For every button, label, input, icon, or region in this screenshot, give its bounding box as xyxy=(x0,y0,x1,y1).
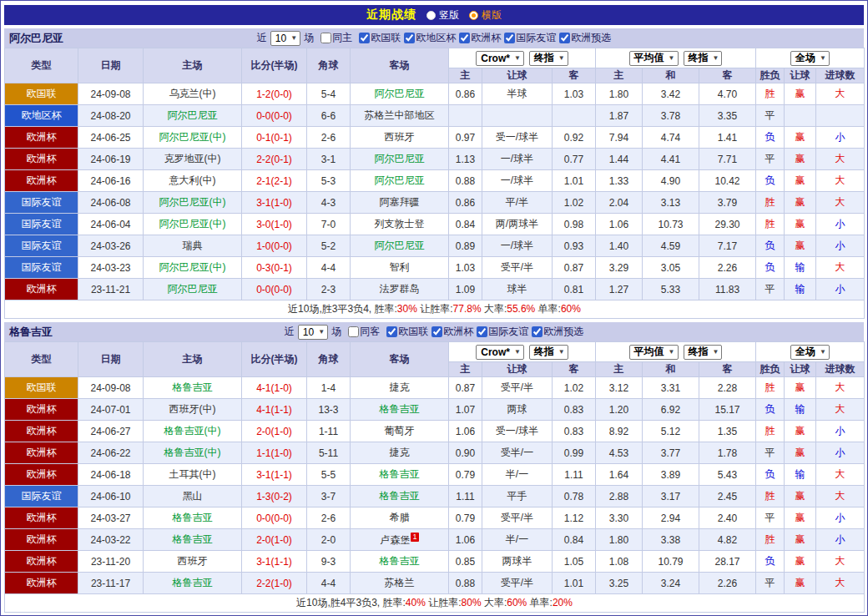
home-team-cell[interactable]: 阿尔巴尼亚(中) xyxy=(144,214,242,235)
competition-checkbox[interactable] xyxy=(459,33,470,43)
handicap-home-odds-cell xyxy=(449,105,482,127)
chevron-down-icon: ▼ xyxy=(514,55,521,62)
home-team-cell[interactable]: 阿尔巴尼亚 xyxy=(144,279,242,300)
competition-filter[interactable]: 欧洲杯 xyxy=(431,325,473,339)
away-team-cell[interactable]: 阿尔巴尼亚 xyxy=(351,170,449,192)
same-venue-checkbox[interactable] xyxy=(320,33,331,43)
competition-checkbox[interactable] xyxy=(359,33,370,43)
odds-company-value: Crow* xyxy=(481,346,510,358)
avg-type-select[interactable]: 平均值▼ xyxy=(629,51,679,66)
competition-checkbox[interactable] xyxy=(431,326,442,337)
competition-filter[interactable]: 欧洲预选 xyxy=(559,31,611,45)
competition-checkbox[interactable] xyxy=(477,326,487,337)
odds-stage-select[interactable]: 终指▼ xyxy=(529,51,568,66)
summary-segment: 近10场,胜3平3负4, 胜率: xyxy=(288,303,397,315)
same-venue-checkbox[interactable] xyxy=(348,326,359,337)
home-team-cell[interactable]: 格鲁吉亚(中) xyxy=(144,442,242,464)
competition-filter[interactable]: 国际友谊 xyxy=(504,31,556,45)
corners-cell: 7-0 xyxy=(307,214,351,235)
home-team-cell[interactable]: 格鲁吉亚 xyxy=(144,573,242,594)
away-team-cell[interactable]: 格鲁吉亚 xyxy=(351,399,449,421)
match-row: 欧洲杯23-11-17格鲁吉亚2-2(1-0)4-4苏格兰0.88受平/半1.0… xyxy=(5,573,865,594)
competition-checkbox[interactable] xyxy=(559,33,570,43)
corners-cell: 13-3 xyxy=(307,399,351,421)
away-team-cell[interactable]: 阿尔巴尼亚 xyxy=(351,235,449,257)
competition-type-cell: 欧洲杯 xyxy=(5,149,78,170)
odds-company-select[interactable]: Crow*▼ xyxy=(476,51,524,66)
handicap-home-odds-cell: 0.88 xyxy=(449,170,482,192)
handicap-home-odds-cell: 1.13 xyxy=(449,149,482,170)
competition-checkbox[interactable] xyxy=(386,326,397,337)
match-row: 欧洲杯24-06-25阿尔巴尼亚(中)0-1(0-1)2-6西班牙0.97受一/… xyxy=(5,127,865,149)
date-cell: 24-09-08 xyxy=(78,83,144,105)
match-scope-select[interactable]: 全场▼ xyxy=(790,345,830,360)
handicap-line-cell: 受平/半 xyxy=(482,257,553,279)
avg-draw-header: 和 xyxy=(643,68,699,83)
home-team-cell[interactable]: 阿尔巴尼亚(中) xyxy=(144,257,242,279)
match-row: 欧洲杯24-06-16意大利(中)2-1(2-1)5-3阿尔巴尼亚0.88一/球… xyxy=(5,170,865,192)
competition-filter[interactable]: 欧洲预选 xyxy=(532,325,583,339)
away-team-cell[interactable]: 阿尔巴尼亚 xyxy=(351,83,449,105)
handicap-away-header: 客 xyxy=(553,362,596,377)
layout-option-vertical[interactable]: 竖版 xyxy=(426,8,459,23)
avg-home-odds-cell: 1.80 xyxy=(596,529,643,551)
same-venue-filter[interactable]: 同客 xyxy=(348,325,380,339)
competition-filter[interactable]: 欧洲杯 xyxy=(459,31,501,45)
away-team-cell[interactable]: 格鲁吉亚 xyxy=(351,551,449,573)
handicap-result-cell: 赢 xyxy=(785,573,816,594)
avg-home-odds-cell: 3.30 xyxy=(596,507,643,529)
avg-stage-select[interactable]: 终指▼ xyxy=(684,51,723,66)
competition-checkbox[interactable] xyxy=(532,326,542,337)
competition-filter[interactable]: 欧国联 xyxy=(386,325,428,339)
avg-draw-odds-cell: 3.89 xyxy=(643,464,699,486)
home-team-cell[interactable]: 格鲁吉亚 xyxy=(144,377,242,399)
result-cell: 胜 xyxy=(756,214,785,235)
corners-cell: 1-11 xyxy=(307,421,351,442)
date-cell: 24-06-22 xyxy=(78,442,144,464)
same-venue-filter[interactable]: 同主 xyxy=(320,31,352,45)
score-cell: 0-0(0-0) xyxy=(242,279,307,300)
avg-draw-odds-cell: 3.42 xyxy=(643,83,699,105)
home-team-cell[interactable]: 格鲁吉亚 xyxy=(144,507,242,529)
radio-unselected-icon[interactable] xyxy=(426,11,436,20)
handicap-home-odds-cell: 0.97 xyxy=(449,127,482,149)
handicap-line-header: 让球 xyxy=(482,68,553,83)
competition-filter[interactable]: 国际友谊 xyxy=(477,325,528,339)
match-scope-select[interactable]: 全场▼ xyxy=(790,51,830,66)
competition-filter[interactable]: 欧国联 xyxy=(359,31,401,45)
away-team-cell[interactable]: 格鲁吉亚 xyxy=(351,464,449,486)
odds-company-select[interactable]: Crow*▼ xyxy=(476,345,524,360)
odds-stage-select[interactable]: 终指▼ xyxy=(529,345,568,360)
home-team-cell[interactable]: 阿尔巴尼亚(中) xyxy=(144,192,242,214)
competition-type-cell: 欧洲杯 xyxy=(5,507,78,529)
home-team-cell[interactable]: 阿尔巴尼亚(中) xyxy=(144,127,242,149)
avg-away-odds-cell: 3.79 xyxy=(699,192,756,214)
competition-checkbox[interactable] xyxy=(404,33,415,43)
goals-result-cell: 大 xyxy=(816,399,865,421)
competition-label: 欧洲杯 xyxy=(471,31,501,45)
competition-filter[interactable]: 欧地区杯 xyxy=(404,31,456,45)
corners-cell: 1-4 xyxy=(307,377,351,399)
recent-count-select[interactable]: 10 ▼ xyxy=(298,325,328,340)
result-header: 胜负 xyxy=(756,68,785,83)
avg-type-select[interactable]: 平均值▼ xyxy=(629,345,679,360)
home-team-cell: 意大利(中) xyxy=(144,170,242,192)
home-team-cell[interactable]: 格鲁吉亚 xyxy=(144,529,242,551)
home-team-cell: 土耳其(中) xyxy=(144,464,242,486)
away-team-cell[interactable]: 阿尔巴尼亚 xyxy=(351,149,449,170)
layout-option-horizontal[interactable]: 横版 xyxy=(469,8,502,23)
recent-count-select[interactable]: 10 ▼ xyxy=(270,31,300,46)
home-team-cell[interactable]: 格鲁吉亚(中) xyxy=(144,421,242,442)
home-team-cell[interactable]: 阿尔巴尼亚 xyxy=(144,105,242,127)
avg-stage-select[interactable]: 终指▼ xyxy=(684,345,723,360)
goals-result-cell: 小 xyxy=(816,235,865,257)
handicap-line-cell: 半/一 xyxy=(482,464,553,486)
away-team-cell[interactable]: 格鲁吉亚 xyxy=(351,486,449,507)
avg-away-odds-cell: 1.78 xyxy=(699,442,756,464)
summary-segment: 大率: xyxy=(482,597,507,608)
date-cell: 24-06-04 xyxy=(78,214,144,235)
radio-selected-icon[interactable] xyxy=(469,11,478,20)
competition-checkbox[interactable] xyxy=(504,33,515,43)
summary-segment: 大率: xyxy=(482,303,507,315)
handicap-result-cell: 赢 xyxy=(785,529,816,551)
